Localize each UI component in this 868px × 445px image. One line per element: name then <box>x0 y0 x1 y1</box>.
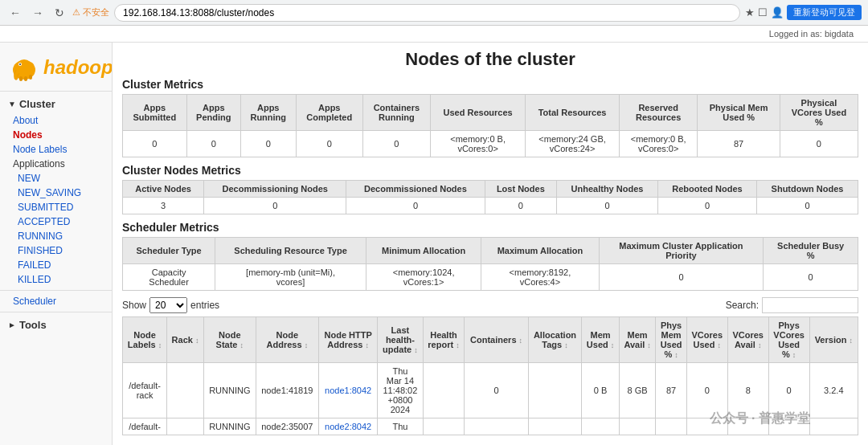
scheduler-metrics-title: Scheduler Metrics <box>122 221 858 234</box>
bookmark-icon[interactable]: ★ <box>745 6 755 18</box>
row1-allocation-tags <box>528 363 582 418</box>
cm-header-apps-submitted: AppsSubmitted <box>123 95 187 131</box>
svg-point-3 <box>19 63 21 65</box>
sidebar-app-accepted[interactable]: ACCEPTED <box>5 214 112 229</box>
svg-rect-5 <box>24 76 27 81</box>
sidebar-app-running[interactable]: RUNNING <box>5 229 112 243</box>
row2-mem-used <box>582 418 620 435</box>
refresh-button[interactable]: ↻ <box>51 5 68 21</box>
sidebar-item-about[interactable]: About <box>0 113 112 128</box>
url-bar[interactable] <box>114 4 740 22</box>
dt-header-vcores-avail[interactable]: VCoresAvail ↕ <box>727 317 768 363</box>
scheduler-metrics-table: Scheduler Type Scheduling Resource Type … <box>122 237 858 291</box>
app-container: Logged in as: bigdata <box>0 26 868 445</box>
row2-last-health: Thu <box>378 418 423 435</box>
sidebar-item-scheduler[interactable]: Scheduler <box>0 294 112 308</box>
profile-icon[interactable]: 👤 <box>771 6 784 18</box>
row2-vcores-used <box>686 418 727 435</box>
dt-header-node-address[interactable]: NodeAddress ↕ <box>256 317 318 363</box>
sm-header-busy: Scheduler Busy% <box>764 238 858 264</box>
sidebar-app-killed[interactable]: KILLED <box>5 272 112 287</box>
sidebar-app-failed[interactable]: FAILED <box>5 258 112 272</box>
sidebar-app-finished[interactable]: FINISHED <box>5 243 112 258</box>
cnm-shutdown: 0 <box>756 198 858 214</box>
sort-icon-containers: ↕ <box>519 337 523 345</box>
row1-phys-mem-used: 87 <box>656 363 686 418</box>
logo-area: hadoop <box>0 47 112 88</box>
dt-header-node-http[interactable]: Node HTTPAddress ↕ <box>319 317 378 363</box>
sort-icon-phys-vcores-used: ↕ <box>792 351 796 359</box>
sidebar-app-new-saving[interactable]: NEW_SAVING <box>5 186 112 200</box>
table-row: /default-rack RUNNING node1:41819 node1:… <box>123 363 858 418</box>
sort-icon-health-report: ↕ <box>456 341 460 349</box>
cnm-header-decommissioning: Decommissioning Nodes <box>204 181 346 198</box>
cluster-nodes-metrics-title: Cluster Nodes Metrics <box>122 164 858 177</box>
cm-header-apps-pending: AppsPending <box>186 95 240 131</box>
sidebar-item-nodes[interactable]: Nodes <box>0 128 112 142</box>
sidebar-app-new[interactable]: NEW <box>5 171 112 186</box>
dt-header-mem-avail[interactable]: MemAvail ↕ <box>619 317 655 363</box>
page-title: Nodes of the cluster <box>122 49 858 70</box>
cnm-header-lost: Lost Nodes <box>485 181 556 198</box>
dt-header-node-state[interactable]: NodeState ↕ <box>203 317 256 363</box>
dt-header-mem-used[interactable]: MemUsed ↕ <box>582 317 620 363</box>
dt-header-rack[interactable]: Rack ↕ <box>167 317 204 363</box>
dt-header-phys-vcores-used[interactable]: PhysVCoresUsed% ↕ <box>768 317 809 363</box>
row2-version <box>809 418 858 435</box>
cm-used-resources: <memory:0 B,vCores:0> <box>430 131 525 157</box>
sidebar: hadoop ▼ Cluster About Nodes Node Labels… <box>0 43 113 445</box>
cnm-header-active: Active Nodes <box>123 181 204 198</box>
sort-icon-allocation-tags: ↕ <box>564 341 568 349</box>
browser-action-buttons: ★ ☐ 👤 重新登动可见登 <box>745 5 862 20</box>
forward-button[interactable]: → <box>29 5 47 21</box>
browser-chrome: ← → ↻ ⚠ 不安全 ★ ☐ 👤 重新登动可见登 <box>0 0 868 26</box>
sidebar-cluster-header[interactable]: ▼ Cluster <box>0 95 112 113</box>
cnm-header-unhealthy: Unhealthy Nodes <box>556 181 657 198</box>
cm-containers-running: 0 <box>362 131 430 157</box>
sort-icon-node-labels: ↕ <box>158 341 162 349</box>
entries-select[interactable]: 20 50 100 <box>149 297 187 313</box>
row1-mem-used: 0 B <box>582 363 620 418</box>
security-warning-icon: ⚠ 不安全 <box>72 6 109 18</box>
sidebar-tools-header[interactable]: ► Tools <box>0 316 112 334</box>
show-label: Show <box>122 300 146 311</box>
row1-vcores-used: 0 <box>686 363 727 418</box>
sidebar-app-submitted[interactable]: SUBMITTED <box>5 200 112 214</box>
dt-header-health-report[interactable]: Healthreport ↕ <box>423 317 465 363</box>
row2-node-labels: /default- <box>123 418 167 435</box>
dt-header-node-labels[interactable]: NodeLabels ↕ <box>123 317 167 363</box>
sm-header-resource-type: Scheduling Resource Type <box>215 238 366 264</box>
hadoop-logo-text: hadoop <box>43 56 113 79</box>
cm-header-apps-running: AppsRunning <box>240 95 296 131</box>
sm-header-max-alloc: Maximum Allocation <box>481 238 599 264</box>
main-layout: hadoop ▼ Cluster About Nodes Node Labels… <box>0 43 868 445</box>
cm-apps-submitted: 0 <box>123 131 187 157</box>
svg-rect-6 <box>29 75 32 80</box>
row2-allocation-tags <box>528 418 582 435</box>
browser-menu-button[interactable]: 重新登动可见登 <box>787 5 862 20</box>
hadoop-logo: hadoop <box>8 52 113 83</box>
cm-apps-running: 0 <box>240 131 296 157</box>
row1-node-http[interactable]: node1:8042 <box>319 363 378 418</box>
dt-header-last-health[interactable]: Lasthealth-update ↕ <box>378 317 423 363</box>
dt-header-version[interactable]: Version ↕ <box>809 317 858 363</box>
sort-icon-phys-mem-used: ↕ <box>674 351 678 359</box>
sm-min-alloc: <memory:1024,vCores:1> <box>366 264 481 291</box>
sort-icon-node-http: ↕ <box>365 341 369 349</box>
cnm-header-shutdown: Shutdown Nodes <box>756 181 858 198</box>
sidebar-item-node-labels[interactable]: Node Labels <box>0 142 112 157</box>
sm-type: CapacityScheduler <box>123 264 215 291</box>
dt-header-containers[interactable]: Containers ↕ <box>465 317 528 363</box>
cm-total-resources: <memory:24 GB,vCores:24> <box>526 131 620 157</box>
extensions-icon[interactable]: ☐ <box>758 6 768 18</box>
back-button[interactable]: ← <box>6 5 24 21</box>
dt-header-vcores-used[interactable]: VCoresUsed ↕ <box>686 317 727 363</box>
search-input[interactable] <box>762 297 858 313</box>
dt-header-phys-mem-used[interactable]: PhysMemUsed% ↕ <box>656 317 686 363</box>
header-bar: Logged in as: bigdata <box>0 26 868 43</box>
cm-phys-vcores-used: 0 <box>780 131 858 157</box>
cm-apps-completed: 0 <box>296 131 362 157</box>
row2-node-http[interactable]: node2:8042 <box>319 418 378 435</box>
sort-icon-mem-avail: ↕ <box>647 341 651 349</box>
dt-header-allocation-tags[interactable]: AllocationTags ↕ <box>528 317 582 363</box>
